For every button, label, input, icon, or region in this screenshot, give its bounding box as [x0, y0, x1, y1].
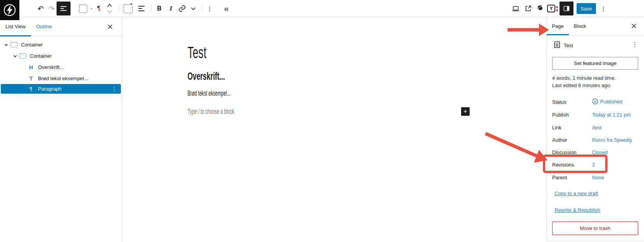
bold-icon: B [157, 5, 162, 12]
word-count-text: 4 words, 1 minute read time. [552, 75, 616, 81]
move-to-trash-button[interactable]: Move to trash [552, 221, 638, 235]
more-vertical-icon: ⋮ [600, 5, 606, 12]
active-tab-underline [547, 34, 569, 35]
page-icon [554, 41, 560, 48]
post-actions-button[interactable]: ⋮ [632, 41, 638, 48]
list-view-item-container[interactable]: Container [0, 39, 122, 50]
row-value-link[interactable]: /test [592, 125, 602, 130]
row-label-publish: Publish [552, 112, 569, 118]
move-up-down-icon [107, 2, 113, 15]
bold-button[interactable]: B [154, 0, 164, 17]
block-mover[interactable] [105, 0, 114, 17]
text-block-icon: T [27, 76, 35, 82]
close-icon [631, 23, 637, 29]
row-value-author[interactable]: Ronni fra Speedly [592, 137, 632, 143]
plugin-panel-button[interactable] [534, 0, 546, 17]
item-options-button[interactable]: ⋮ [112, 86, 117, 92]
chevron-down-icon [12, 54, 18, 58]
rewrite-republish-link[interactable]: Rewrite & Republish [554, 207, 600, 213]
toolbar-separator [151, 5, 152, 12]
italic-button[interactable]: I [166, 0, 176, 17]
list-view-icon [60, 5, 67, 12]
list-view-item-label: Container [30, 53, 52, 59]
row-value-discussion[interactable]: Closed [592, 149, 608, 155]
document-overview-button[interactable] [57, 2, 71, 15]
undo-button[interactable]: ↶ [36, 0, 46, 17]
close-list-view-button[interactable] [105, 22, 115, 31]
row-label-discussion: Discussion [552, 149, 577, 155]
row-label-status: Status [552, 99, 567, 105]
redo-icon: ↷ [48, 4, 55, 13]
redo-button[interactable]: ↷ [46, 0, 57, 17]
undo-icon: ↶ [38, 4, 44, 13]
row-label-revisions: Revisions [552, 162, 574, 168]
lightning-logo-icon [3, 3, 17, 17]
double-chevron-left-icon: « [224, 4, 229, 13]
more-vertical-icon: ⋮ [207, 5, 213, 12]
add-block-inside-button[interactable]: + [122, 0, 133, 17]
text-block[interactable]: Brød tekst eksempel... [188, 89, 257, 98]
close-settings-button[interactable] [629, 21, 639, 31]
heading-block-icon: H [27, 64, 35, 70]
published-check-icon [592, 98, 598, 105]
preview-device-button[interactable] [510, 0, 522, 17]
list-view-item-label: Brød tekst eksempel... [38, 76, 88, 81]
heading-block[interactable]: Overskrift... [188, 70, 248, 82]
paragraph-icon: ¶ [97, 5, 100, 12]
select-parent-block-button[interactable] [78, 0, 88, 17]
row-value-publish[interactable]: Today at 1:21 pm [592, 112, 631, 118]
drag-indicator-dot [91, 8, 92, 9]
block-inserter-button[interactable]: + [461, 107, 470, 116]
active-tab-underline [0, 35, 31, 36]
yoast-status-dots [556, 6, 558, 11]
flag-book-icon [536, 5, 544, 12]
list-view-item-label: Overskrift... [38, 64, 64, 70]
align-text-button[interactable] [136, 0, 146, 17]
close-icon [107, 24, 113, 29]
empty-paragraph-placeholder[interactable]: Type / to choose a block [188, 108, 263, 116]
list-view-item-heading[interactable]: H Overskrift... [0, 62, 122, 73]
chevron-down-icon [3, 43, 9, 47]
tab-page[interactable]: Page [547, 17, 569, 35]
tab-outline[interactable]: Outline [31, 17, 57, 36]
external-link-icon [524, 5, 532, 12]
yoast-icon: Y [547, 5, 555, 12]
chevron-down-icon [191, 6, 196, 11]
paragraph-icon: ¶ [27, 86, 35, 92]
more-formats-button[interactable] [189, 0, 198, 17]
save-button[interactable]: Save [577, 3, 596, 14]
row-value-status[interactable]: Published [592, 98, 622, 105]
set-featured-image-button[interactable]: Set featured image [552, 57, 638, 70]
insert-into-container-icon: + [124, 4, 133, 13]
list-view-item-label: Paragraph [38, 86, 62, 92]
site-logo-button[interactable] [0, 0, 19, 20]
laptop-icon [511, 4, 520, 13]
tab-block[interactable]: Block [569, 17, 591, 35]
view-page-button[interactable] [522, 0, 534, 17]
paragraph-block-button[interactable]: ¶ [94, 0, 103, 17]
editor-top-toolbar: ↶ ↷ ¶ + B I [0, 0, 644, 17]
align-left-icon [138, 5, 145, 13]
link-icon [178, 5, 186, 12]
sidebar-icon [563, 5, 570, 12]
collapse-toolbar-button[interactable]: « [221, 0, 232, 17]
row-label-link: Link [552, 125, 561, 130]
row-value-parent[interactable]: None [592, 175, 604, 180]
toolbar-separator [201, 5, 202, 12]
list-view-item-text[interactable]: T Brød tekst eksempel... [0, 73, 122, 84]
container-block-icon [10, 42, 18, 47]
post-title-field[interactable]: Test [188, 43, 218, 62]
toolbar-separator [119, 5, 119, 12]
link-button[interactable] [177, 0, 188, 17]
list-view-item-label: Container [21, 42, 43, 48]
copy-to-new-draft-link[interactable]: Copy to a new draft [554, 191, 598, 196]
settings-sidebar-toggle-button[interactable] [560, 2, 573, 15]
list-view-item-paragraph-selected[interactable]: ¶ Paragraph ⋮ [1, 84, 121, 94]
post-card-title: Test [564, 43, 573, 48]
row-value-revisions[interactable]: 2 [592, 162, 595, 168]
list-view-sidebar: List View Outline Container Container H … [0, 17, 122, 241]
block-options-button[interactable]: ⋮ [205, 0, 214, 17]
yoast-seo-button[interactable]: Y [546, 0, 559, 17]
options-menu-button[interactable]: ⋮ [599, 0, 608, 17]
list-view-item-container-nested[interactable]: Container [0, 50, 122, 62]
